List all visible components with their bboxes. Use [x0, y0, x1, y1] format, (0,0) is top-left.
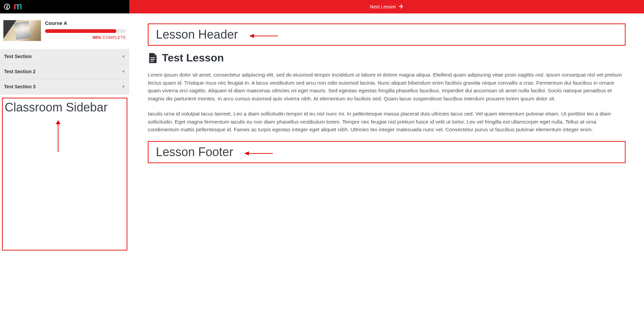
- sidebar-topbar: ❮ m: [0, 0, 129, 13]
- section-label: Test Section 3: [4, 84, 36, 89]
- chevron-left-icon: ❮: [6, 5, 9, 9]
- arrow-up-icon: [55, 120, 61, 153]
- progress-complete-label: COMPLETE: [102, 35, 126, 40]
- lesson-footer-annotation-label: Lesson Footer: [156, 145, 617, 159]
- section-list: Test Section ▼ Test Section 2 ▼ Test Sec…: [0, 49, 129, 94]
- svg-rect-6: [151, 61, 154, 61]
- arrow-left-icon: [249, 33, 278, 40]
- progress-bar-fill: [45, 29, 116, 33]
- document-icon: [148, 53, 157, 63]
- arrow-left-icon: [244, 150, 273, 158]
- sidebar-annotation-label: Classroom Sidebar: [5, 100, 125, 114]
- svg-marker-1: [56, 120, 60, 124]
- course-meta: Course A 88% COMPLETE: [45, 20, 126, 41]
- course-info: Course A 88% COMPLETE: [0, 13, 129, 44]
- next-lesson-bar[interactable]: Next Lesson: [129, 0, 644, 13]
- progress-text: 88% COMPLETE: [45, 35, 126, 40]
- progress-bar: [45, 29, 126, 33]
- svg-marker-3: [249, 34, 254, 38]
- lesson-title: Test Lesson: [162, 52, 224, 64]
- classroom-sidebar: Course A 88% COMPLETE Test Section ▼ Tes…: [0, 13, 129, 325]
- section-item[interactable]: Test Section ▼: [0, 49, 129, 64]
- lesson-main: Lesson Header Test Lesson Lorem ipsum do…: [129, 13, 644, 325]
- brand-logo[interactable]: m: [13, 1, 22, 11]
- lesson-header-annotation-label: Lesson Header: [156, 28, 617, 42]
- lesson-paragraph: Lorem ipsum dolor sit amet, consectetur …: [148, 71, 626, 102]
- caret-down-icon: ▼: [122, 54, 125, 58]
- section-item[interactable]: Test Section 3 ▼: [0, 79, 129, 94]
- course-thumbnail[interactable]: [3, 20, 41, 41]
- lesson-header-annotation-box: Lesson Header: [148, 24, 626, 46]
- arrow-right-icon: [399, 4, 403, 9]
- section-item[interactable]: Test Section 2 ▼: [0, 64, 129, 79]
- next-lesson-label: Next Lesson: [370, 4, 396, 9]
- lesson-footer-annotation-box: Lesson Footer: [148, 141, 626, 163]
- section-label: Test Section 2: [4, 69, 36, 74]
- svg-rect-4: [151, 57, 155, 58]
- course-title[interactable]: Course A: [45, 20, 126, 26]
- svg-marker-8: [244, 151, 249, 155]
- lesson-title-row: Test Lesson: [148, 52, 626, 64]
- svg-rect-5: [151, 59, 155, 60]
- section-label: Test Section: [4, 54, 32, 59]
- caret-down-icon: ▼: [122, 69, 125, 74]
- sidebar-annotation-box: Classroom Sidebar: [2, 98, 127, 250]
- progress-percent: 88%: [92, 35, 101, 40]
- caret-down-icon: ▼: [122, 85, 125, 89]
- lesson-body: Lorem ipsum dolor sit amet, consectetur …: [148, 71, 626, 134]
- back-button[interactable]: ❮: [4, 4, 10, 10]
- lesson-paragraph: Iaculis urna id volutpat lacus laoreet. …: [148, 110, 626, 134]
